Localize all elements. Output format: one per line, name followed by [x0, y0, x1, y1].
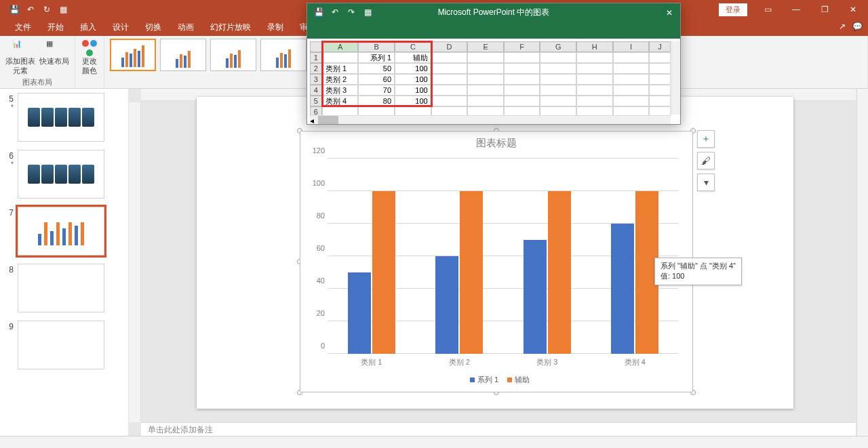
- close-icon[interactable]: ✕: [840, 0, 867, 19]
- slide-thumb-8[interactable]: 8: [4, 264, 125, 312]
- cell-H4[interactable]: [576, 85, 613, 96]
- bar-系列 1-类别 2[interactable]: [435, 256, 458, 354]
- cell-A4[interactable]: 类别 3: [322, 85, 359, 96]
- cell-G5[interactable]: [540, 96, 576, 106]
- excel-data-window[interactable]: 💾 ↶ ↷ ▦ Microsoft PowerPoint 中的图表 ✕ A B …: [307, 3, 681, 125]
- cell-D4[interactable]: [431, 85, 468, 96]
- cell-F5[interactable]: [504, 96, 540, 106]
- col-header-g[interactable]: G: [540, 41, 576, 52]
- excel-save-icon[interactable]: 💾: [313, 6, 325, 18]
- cell-I5[interactable]: [613, 96, 650, 106]
- col-header-c[interactable]: C: [395, 41, 431, 52]
- cell-E2[interactable]: [467, 63, 504, 74]
- slide-thumb-6[interactable]: 6*: [4, 150, 125, 199]
- cell-C4[interactable]: 100: [395, 85, 431, 96]
- cell-H2[interactable]: [576, 63, 613, 74]
- cell-J1[interactable]: [649, 52, 671, 63]
- cell-D5[interactable]: [431, 96, 468, 106]
- cell-J5[interactable]: [649, 96, 671, 106]
- row-header-1[interactable]: 1: [310, 52, 322, 63]
- bar-辅助-类别 1[interactable]: [372, 191, 395, 354]
- start-show-icon[interactable]: ▦: [56, 2, 71, 17]
- cell-A1[interactable]: [322, 52, 359, 63]
- cell-D1[interactable]: [431, 52, 468, 63]
- cell-C1[interactable]: 辅助: [395, 52, 431, 63]
- chart-elements-button[interactable]: ＋: [697, 130, 715, 148]
- cell-A5[interactable]: 类别 4: [322, 96, 359, 106]
- cell-J2[interactable]: [649, 63, 671, 74]
- chart-style-2[interactable]: [160, 39, 206, 71]
- cell-B2[interactable]: 50: [358, 63, 395, 74]
- row-header-5[interactable]: 5: [310, 96, 322, 106]
- bar-辅助-类别 2[interactable]: [460, 191, 483, 354]
- select-all-corner[interactable]: [310, 41, 322, 52]
- row-header-2[interactable]: 2: [310, 63, 322, 74]
- excel-grid[interactable]: A B C D E F G H I J 1系列 1辅助2类别 1501003类别…: [310, 41, 671, 115]
- minimize-icon[interactable]: —: [783, 0, 810, 19]
- cell-I3[interactable]: [613, 74, 650, 85]
- cell-A3[interactable]: 类别 2: [322, 74, 359, 85]
- chart-title[interactable]: 图表标题: [300, 131, 692, 154]
- cell-C3[interactable]: 100: [395, 74, 431, 85]
- cell-B1[interactable]: 系列 1: [358, 52, 395, 63]
- cell-J3[interactable]: [649, 74, 671, 85]
- cell-E1[interactable]: [467, 52, 504, 63]
- share-icon[interactable]: ↗: [839, 22, 846, 31]
- cell-B4[interactable]: 70: [358, 85, 395, 96]
- save-icon[interactable]: 💾: [7, 2, 22, 17]
- cell-G1[interactable]: [540, 52, 576, 63]
- cell-B3[interactable]: 60: [358, 74, 395, 85]
- slide-thumb-9[interactable]: 9: [4, 321, 125, 369]
- bar-辅助-类别 3[interactable]: [548, 191, 571, 354]
- tab-transition[interactable]: 切换: [137, 19, 170, 36]
- cell-I4[interactable]: [613, 85, 650, 96]
- redo-icon[interactable]: ↻: [39, 2, 54, 17]
- row-header-3[interactable]: 3: [310, 74, 322, 85]
- cell-H1[interactable]: [576, 52, 613, 63]
- cell-J4[interactable]: [649, 85, 671, 96]
- chart-style-3[interactable]: [210, 39, 256, 71]
- col-header-f[interactable]: F: [504, 41, 540, 52]
- slide-panel[interactable]: 5* 6* 7 8 9: [0, 89, 129, 436]
- cell-A2[interactable]: 类别 1: [322, 63, 359, 74]
- col-header-j[interactable]: J: [649, 41, 671, 52]
- slide-thumb-7[interactable]: 7: [4, 207, 125, 256]
- col-header-e[interactable]: E: [467, 41, 504, 52]
- cell-I2[interactable]: [613, 63, 650, 74]
- tab-file[interactable]: 文件: [7, 19, 39, 36]
- bar-系列 1-类别 1[interactable]: [348, 272, 371, 354]
- cell-E5[interactable]: [467, 96, 504, 106]
- col-header-d[interactable]: D: [431, 41, 468, 52]
- cell-F1[interactable]: [504, 52, 540, 63]
- ribbon-options-icon[interactable]: ▭: [754, 0, 781, 19]
- notes-placeholder[interactable]: 单击此处添加备注: [141, 422, 856, 436]
- cell-G4[interactable]: [540, 85, 576, 96]
- cell-E4[interactable]: [467, 85, 504, 96]
- chart-object[interactable]: 图表标题 0 20 40 60 80 100 120 类别 1类别 2类别 3类…: [300, 131, 693, 392]
- col-header-h[interactable]: H: [576, 41, 613, 52]
- change-color-button[interactable]: 更改 颜色: [81, 39, 98, 76]
- cell-H3[interactable]: [576, 74, 613, 85]
- tab-design[interactable]: 设计: [104, 19, 137, 36]
- col-header-b[interactable]: B: [358, 41, 395, 52]
- login-button[interactable]: 登录: [719, 3, 747, 16]
- excel-close-icon[interactable]: ✕: [663, 6, 676, 20]
- chart-style-1[interactable]: [110, 39, 156, 71]
- col-header-a[interactable]: A: [322, 41, 359, 52]
- tab-slideshow[interactable]: 幻灯片放映: [202, 19, 259, 36]
- excel-horizontal-scrollbar[interactable]: ◂: [310, 115, 671, 124]
- tab-home[interactable]: 开始: [39, 19, 72, 36]
- add-chart-element-button[interactable]: 📊 添加图表 元素: [5, 39, 35, 76]
- col-header-i[interactable]: I: [613, 41, 650, 52]
- cell-B5[interactable]: 80: [358, 96, 395, 106]
- excel-redo-icon[interactable]: ↷: [345, 6, 357, 18]
- cell-F4[interactable]: [504, 85, 540, 96]
- chart-filters-button[interactable]: ▾: [697, 174, 715, 191]
- cell-C2[interactable]: 100: [395, 63, 431, 74]
- comments-icon[interactable]: 💬: [852, 22, 863, 31]
- cell-I1[interactable]: [613, 52, 650, 63]
- undo-icon[interactable]: ↶: [23, 2, 38, 17]
- maximize-icon[interactable]: ❐: [811, 0, 838, 19]
- cell-G2[interactable]: [540, 63, 576, 74]
- tab-record[interactable]: 录制: [259, 19, 292, 36]
